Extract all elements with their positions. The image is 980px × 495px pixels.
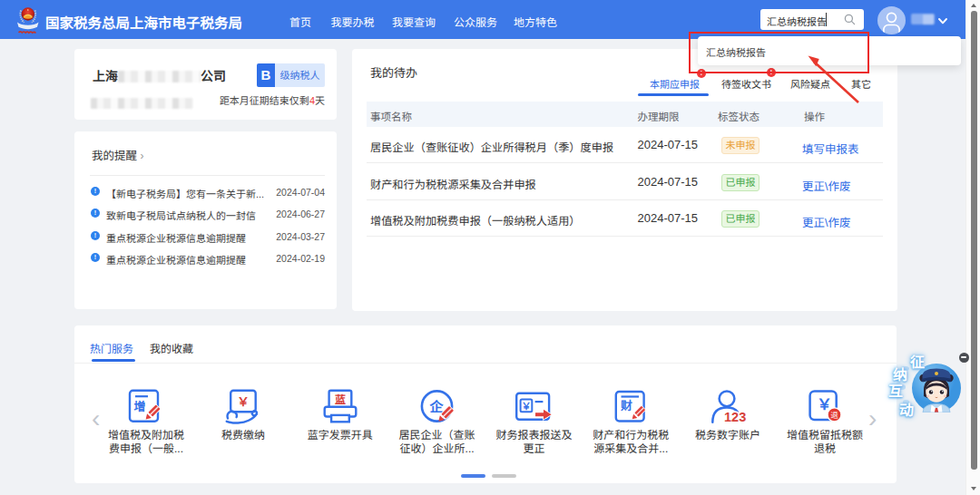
svg-text:￥: ￥ — [237, 392, 250, 410]
svg-text:财: 财 — [620, 396, 632, 413]
svg-text:退: 退 — [830, 409, 838, 420]
svg-text:￥: ￥ — [522, 398, 532, 412]
svg-text:123: 123 — [724, 410, 746, 424]
svg-text:蓝: 蓝 — [335, 391, 346, 406]
svg-text:企: 企 — [428, 396, 444, 415]
svg-text:增: 增 — [133, 397, 145, 414]
